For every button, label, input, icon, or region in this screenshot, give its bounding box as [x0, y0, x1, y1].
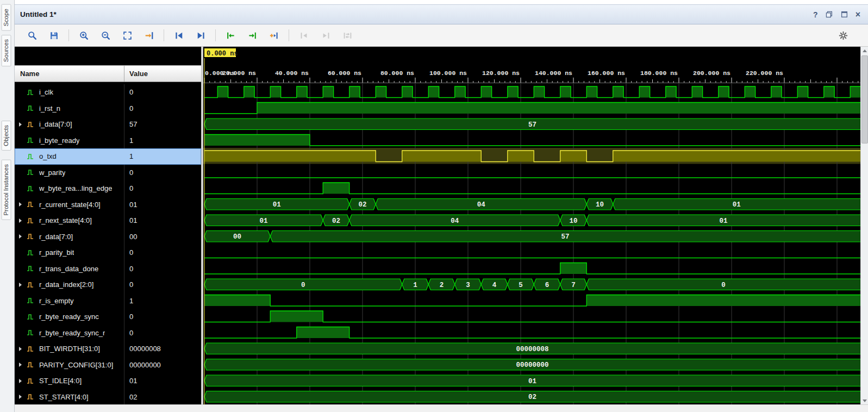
sidebar-tab-scope[interactable]: Scope	[2, 4, 11, 31]
svg-text:2: 2	[440, 282, 444, 289]
signal-row-i_byte_ready[interactable]: i_byte_ready1	[15, 133, 201, 149]
settings-gear-icon[interactable]	[835, 28, 851, 43]
toolbar-button-search[interactable]	[24, 28, 40, 43]
toolbar-button-zoom-to-cursor[interactable]	[141, 28, 157, 43]
expander-chevron-icon[interactable]	[19, 395, 27, 399]
svg-text:6: 6	[545, 282, 549, 289]
go-to-end-icon	[196, 31, 205, 40]
waveform-canvas[interactable]: 0.000 ns20.000 ns40.000 ns60.000 ns80.00…	[203, 47, 860, 404]
toolbar-separator	[215, 29, 216, 41]
bus-signal-icon	[27, 121, 36, 128]
zoom-to-cursor-icon	[145, 31, 154, 40]
signal-name: r_is_empty	[39, 297, 74, 305]
toolbar-button-next-transition[interactable]	[245, 28, 260, 43]
signal-row-w_byte_realing_edge[interactable]: w_byte_rea...ling_edge0	[15, 180, 201, 197]
signal-row-r_byte_ready_sync[interactable]: r_byte_ready_sync0	[15, 309, 201, 325]
signal-row-r_is_empty[interactable]: r_is_empty1	[15, 293, 201, 309]
window-title: Untitled 1*	[20, 5, 57, 24]
signal-row-i_rst_n[interactable]: i_rst_n0	[15, 101, 201, 117]
maximize-icon[interactable]	[840, 10, 848, 18]
previous-marker-icon	[299, 31, 309, 40]
signal-row-r_current_state40[interactable]: r_current_state[4:0]01	[15, 197, 201, 213]
expander-chevron-icon[interactable]	[19, 202, 27, 207]
expander-chevron-icon[interactable]	[19, 347, 27, 351]
column-header-row: Name Value	[15, 65, 201, 82]
float-window-icon[interactable]	[825, 10, 833, 18]
svg-text:57: 57	[528, 121, 536, 129]
signal-row-r_next_state40[interactable]: r_next_state[4:0]01	[15, 213, 201, 229]
expander-chevron-icon[interactable]	[19, 219, 27, 223]
waveform-panel: Name Value i_clk0i_rst_n0i_data[7:0]57i_…	[15, 47, 868, 404]
signal-row-PARITY_CONFIG310[interactable]: PARITY_CONFIG[31:0]00000000	[15, 357, 201, 373]
add-marker-icon	[270, 31, 279, 40]
expander-chevron-icon[interactable]	[19, 122, 27, 127]
vertical-scrollbar[interactable]	[860, 47, 868, 404]
sidebar-tab-protocol-instances[interactable]: Protocol Instances	[2, 160, 11, 220]
scroll-up-icon[interactable]	[861, 47, 868, 54]
toolbar-button-zoom-fit[interactable]	[120, 28, 135, 43]
signal-value: 02	[129, 393, 137, 401]
swap-cursors-icon	[343, 31, 352, 40]
titlebar[interactable]: Untitled 1* ? ×	[15, 4, 868, 24]
signal-name: i_clk	[39, 88, 53, 96]
signal-name: r_byte_ready_sync_r	[39, 329, 105, 337]
toolbar-button-add-marker[interactable]	[266, 28, 282, 43]
bus-signal-icon	[27, 394, 36, 400]
signal-row-BIT_WIRDTH310[interactable]: BIT_WIRDTH[31:0]00000008	[15, 341, 201, 357]
name-column-header: Name	[20, 66, 39, 82]
sidebar-tab-objects[interactable]: Objects	[2, 121, 11, 151]
signal-value: 0	[129, 329, 133, 337]
expander-chevron-icon[interactable]	[19, 363, 27, 367]
toolbar-button-previous-transition[interactable]	[223, 28, 238, 43]
toolbar-button-go-to-start[interactable]	[171, 28, 186, 43]
svg-text:10: 10	[569, 217, 577, 225]
bus-signal-icon	[27, 378, 36, 384]
signal-value: 00000000	[129, 361, 161, 369]
search-icon	[28, 31, 37, 40]
signal-value: 0	[129, 313, 133, 321]
expander-chevron-icon[interactable]	[19, 234, 27, 239]
expander-chevron-icon[interactable]	[19, 379, 27, 383]
signal-row-r_byte_ready_sync_r[interactable]: r_byte_ready_sync_r0	[15, 325, 201, 341]
signal-row-o_txd[interactable]: o_txd1	[15, 148, 201, 165]
toolbar-button-go-to-end[interactable]	[193, 28, 208, 43]
signal-value: 0	[129, 184, 133, 192]
svg-text:57: 57	[561, 233, 570, 241]
maximize-icon	[840, 10, 848, 18]
svg-text:01: 01	[273, 201, 281, 209]
toolbar-button-save[interactable]	[46, 28, 61, 43]
signal-value: 0	[129, 248, 133, 257]
svg-text:0.000 ns: 0.000 ns	[207, 50, 238, 58]
svg-text:10: 10	[596, 201, 604, 209]
signal-name: PARITY_CONFIG[31:0]	[39, 361, 113, 369]
toolbar-button-zoom-out[interactable]	[98, 28, 113, 43]
svg-text:01: 01	[720, 217, 728, 225]
scroll-down-icon[interactable]	[861, 397, 868, 404]
signal-row-r_data_index20[interactable]: r_data_index[2:0]0	[15, 277, 201, 293]
signal-row-ST_START40[interactable]: ST_START[4:0]02	[15, 389, 201, 405]
signal-row-i_clk[interactable]: i_clk0	[15, 84, 201, 101]
signal-row-r_parity_bit[interactable]: r_parity_bit0	[15, 245, 201, 261]
close-icon[interactable]: ×	[855, 10, 860, 19]
svg-text:02: 02	[332, 217, 340, 225]
signal-row-ST_IDLE40[interactable]: ST_IDLE[4:0]01	[15, 373, 201, 389]
signal-name: i_data[7:0]	[39, 120, 72, 128]
help-icon[interactable]: ?	[813, 11, 818, 18]
signal-row-r_data70[interactable]: r_data[7:0]00	[15, 229, 201, 245]
signal-value: 57	[129, 120, 137, 128]
waveform-area[interactable]: 0.000 ns20.000 ns40.000 ns60.000 ns80.00…	[203, 47, 860, 404]
scalar-signal-icon	[27, 169, 36, 176]
scalar-signal-icon	[27, 137, 36, 143]
expander-chevron-icon[interactable]	[19, 283, 27, 287]
float-window-icon	[825, 10, 833, 18]
bus-signal-icon	[27, 361, 36, 368]
signal-row-i_data70[interactable]: i_data[7:0]57	[15, 116, 201, 133]
scrollbar-thumb[interactable]	[861, 55, 868, 143]
sidebar-tab-sources[interactable]: Sources	[2, 35, 11, 66]
signal-row-w_parity[interactable]: w_parity0	[15, 165, 201, 181]
svg-text:180.000 ns: 180.000 ns	[640, 70, 678, 77]
toolbar-button-zoom-in[interactable]	[76, 28, 91, 43]
next-transition-icon	[248, 31, 257, 40]
zoom-in-icon	[79, 31, 89, 40]
signal-row-r_trans_data_done[interactable]: r_trans_data_done0	[15, 261, 201, 277]
